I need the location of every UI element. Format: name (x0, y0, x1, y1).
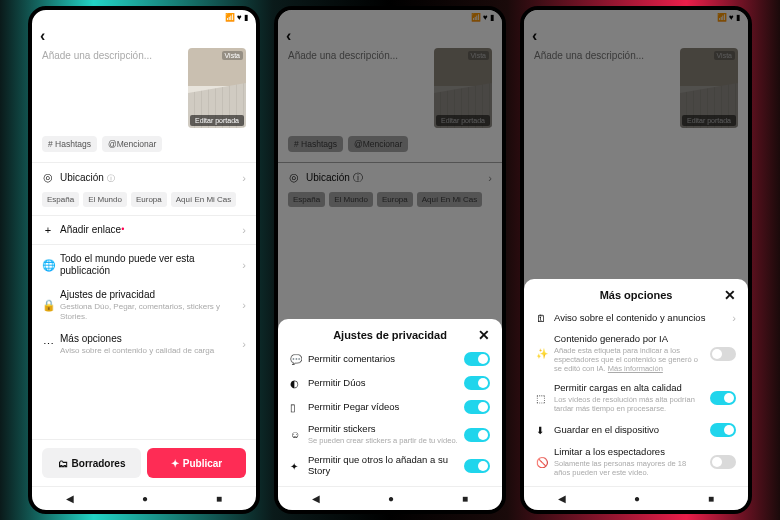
chevron-right-icon: › (732, 312, 736, 324)
toggle-ai-label[interactable] (710, 347, 736, 361)
visibility-row[interactable]: 🌐 Todo el mundo puede ver esta publicaci… (42, 247, 246, 283)
lock-icon: 🔒 (42, 299, 54, 312)
android-navbar: ◀ ● ■ (32, 486, 256, 510)
allow-stickers-row[interactable]: ☺ Permitir stickersSe pueden crear stick… (290, 419, 490, 450)
content-disclosure-row[interactable]: 🗓 Aviso sobre el contenido y anuncios › (536, 307, 736, 329)
more-icon: ⋯ (42, 338, 54, 351)
nav-home-icon[interactable]: ● (142, 493, 148, 504)
nav-back-icon[interactable]: ◀ (66, 493, 74, 504)
ai-icon: ✨ (536, 348, 548, 359)
location-chip[interactable]: Aquí En Mi Cas (171, 192, 237, 207)
location-row[interactable]: ◎ Ubicación ⓘ › (42, 165, 246, 190)
android-navbar: ◀ ● ■ (524, 486, 748, 510)
audience-limit-row[interactable]: 🚫 Limitar a los espectadoresSolamente la… (536, 442, 736, 482)
more-info-link[interactable]: Más información (608, 364, 663, 373)
toggle-comments[interactable] (464, 352, 490, 366)
story-icon: ✦ (290, 461, 302, 472)
edit-cover-button[interactable]: Editar portada (190, 115, 244, 126)
nav-recent-icon[interactable]: ■ (216, 493, 222, 504)
hd-icon: ⬚ (536, 393, 548, 404)
calendar-icon: 🗓 (536, 313, 548, 324)
phone-post-screen: 📶 ♥ ▮ ‹ Añade una descripción... Vista E… (28, 6, 260, 514)
android-navbar: ◀ ● ■ (278, 486, 502, 510)
publish-button[interactable]: ✦Publicar (147, 448, 246, 478)
sticker-icon: ☺ (290, 429, 302, 440)
chevron-right-icon: › (242, 259, 246, 271)
toggle-stickers[interactable] (464, 428, 490, 442)
globe-icon: 🌐 (42, 259, 54, 272)
location-chip[interactable]: Europa (131, 192, 167, 207)
location-icon: ◎ (42, 171, 54, 184)
nav-home-icon[interactable]: ● (388, 493, 394, 504)
privacy-settings-row[interactable]: 🔒 Ajustes de privacidad Gestiona Dúo, Pe… (42, 283, 246, 327)
phone-privacy-sheet: 📶 ♥ ▮ ‹ Añade una descripción... Vista E… (274, 6, 506, 514)
phone-more-options-sheet: 📶 ♥ ▮ ‹ Añade una descripción... Vista E… (520, 6, 752, 514)
comment-icon: 💬 (290, 354, 302, 365)
toggle-hq[interactable] (710, 391, 736, 405)
restrict-icon: 🚫 (536, 457, 548, 468)
back-icon[interactable]: ‹ (40, 27, 45, 45)
toggle-duets[interactable] (464, 376, 490, 390)
allow-story-row[interactable]: ✦ Permitir que otros lo añadan a su Stor… (290, 450, 490, 482)
toggle-audience-limit[interactable] (710, 455, 736, 469)
description-input[interactable]: Añade una descripción... (42, 48, 182, 128)
add-link-row[interactable]: + Añadir enlace• › (42, 218, 246, 242)
close-icon[interactable]: ✕ (724, 287, 736, 303)
duet-icon: ◐ (290, 378, 302, 389)
drafts-button[interactable]: 🗂Borradores (42, 448, 141, 478)
chevron-right-icon: › (242, 338, 246, 350)
plus-icon: + (42, 224, 54, 236)
privacy-sheet: Ajustes de privacidad ✕ 💬 Permitir comen… (278, 319, 502, 486)
nav-back-icon[interactable]: ◀ (558, 493, 566, 504)
allow-duets-row[interactable]: ◐ Permitir Dúos (290, 371, 490, 395)
allow-stitch-row[interactable]: ▯ Permitir Pegar vídeos (290, 395, 490, 419)
mention-chip[interactable]: @Mencionar (102, 136, 162, 152)
toggle-stitch[interactable] (464, 400, 490, 414)
header: ‹ (32, 24, 256, 48)
video-thumbnail[interactable]: Vista Editar portada (188, 48, 246, 128)
more-options-row[interactable]: ⋯ Más opciones Aviso sobre el contenido … (42, 327, 246, 362)
chevron-right-icon: › (242, 224, 246, 236)
toggle-save-device[interactable] (710, 423, 736, 437)
status-bar: 📶 ♥ ▮ (32, 10, 256, 24)
save-device-row[interactable]: ⬇ Guardar en el dispositivo (536, 418, 736, 442)
location-chip[interactable]: El Mundo (83, 192, 127, 207)
location-chip[interactable]: España (42, 192, 79, 207)
nav-recent-icon[interactable]: ■ (708, 493, 714, 504)
preview-badge: Vista (222, 51, 243, 60)
hq-upload-row[interactable]: ⬚ Permitir cargas en alta calidadLos víd… (536, 378, 736, 418)
hashtags-chip[interactable]: # Hashtags (42, 136, 97, 152)
chevron-right-icon: › (242, 172, 246, 184)
download-icon: ⬇ (536, 425, 548, 436)
drafts-icon: 🗂 (58, 458, 68, 469)
close-icon[interactable]: ✕ (478, 327, 490, 343)
nav-back-icon[interactable]: ◀ (312, 493, 320, 504)
toggle-story[interactable] (464, 459, 490, 473)
publish-icon: ✦ (171, 458, 179, 469)
nav-recent-icon[interactable]: ■ (462, 493, 468, 504)
more-options-sheet: Más opciones ✕ 🗓 Aviso sobre el contenid… (524, 279, 748, 486)
stitch-icon: ▯ (290, 402, 302, 413)
ai-content-row[interactable]: ✨ Contenido generado por IA Añade esta e… (536, 329, 736, 378)
allow-comments-row[interactable]: 💬 Permitir comentarios (290, 347, 490, 371)
sheet-title: Ajustes de privacidad (333, 329, 447, 341)
nav-home-icon[interactable]: ● (634, 493, 640, 504)
sheet-title: Más opciones (600, 289, 673, 301)
chevron-right-icon: › (242, 299, 246, 311)
